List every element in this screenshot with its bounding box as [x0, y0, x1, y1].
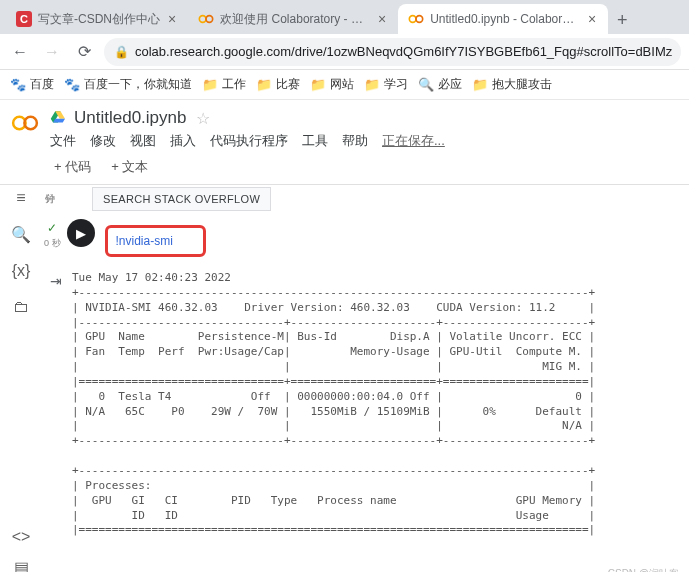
run-cell-button[interactable]: ▶ — [67, 219, 95, 247]
lock-icon: 🔒 — [114, 45, 129, 59]
bookmark-misc[interactable]: 📁抱大腿攻击 — [472, 76, 552, 93]
tab-csdn[interactable]: C 写文章-CSDN创作中心 × — [6, 4, 188, 34]
close-icon[interactable]: × — [166, 11, 178, 27]
close-icon[interactable]: × — [586, 11, 598, 27]
svg-point-2 — [410, 16, 417, 23]
paw-icon: 🐾 — [64, 77, 80, 92]
menu-file[interactable]: 文件 — [50, 132, 76, 150]
search-icon: 🔍 — [418, 77, 434, 92]
watermark: CSDN @润叶客 — [608, 567, 679, 572]
exec-time: 0 秒 — [44, 237, 61, 250]
bookmark-work[interactable]: 📁工作 — [202, 76, 246, 93]
colab-logo-icon[interactable] — [10, 108, 40, 138]
notebook-content: 分钟 SEARCH STACK OVERFLOW ✓ 0 秒 ▶ !nvidia… — [42, 185, 689, 572]
highlighted-code: !nvidia-smi — [105, 225, 206, 257]
favicon-csdn: C — [16, 11, 32, 27]
bookmark-contest[interactable]: 📁比赛 — [256, 76, 300, 93]
svg-point-1 — [206, 16, 213, 23]
bookmark-label: 比赛 — [276, 76, 300, 93]
menu-view[interactable]: 视图 — [130, 132, 156, 150]
new-tab-button[interactable]: + — [608, 6, 636, 34]
reload-button[interactable]: ⟳ — [72, 40, 96, 64]
browser-tab-strip: C 写文章-CSDN创作中心 × 欢迎使用 Colaboratory - Col… — [0, 0, 689, 34]
bookmarks-bar: 🐾百度 🐾百度一下，你就知道 📁工作 📁比赛 📁网站 📁学习 🔍必应 📁抱大腿攻… — [0, 70, 689, 100]
bookmark-label: 网站 — [330, 76, 354, 93]
colab-header: Untitled0.ipynb ☆ 文件 修改 视图 插入 代码执行程序 工具 … — [0, 100, 689, 150]
code-cell[interactable]: ✓ 0 秒 ▶ !nvidia-smi — [44, 219, 683, 263]
svg-point-3 — [416, 16, 423, 23]
output-arrow-icon[interactable]: ⇥ — [50, 273, 62, 289]
toc-icon[interactable]: ≡ — [16, 189, 25, 207]
bookmark-baidu2[interactable]: 🐾百度一下，你就知道 — [64, 76, 192, 93]
menu-bar: 文件 修改 视图 插入 代码执行程序 工具 帮助 正在保存... — [50, 132, 679, 150]
tab-title: 欢迎使用 Colaboratory - Colab — [220, 11, 370, 28]
files-icon[interactable]: 🗀 — [13, 298, 29, 316]
menu-help[interactable]: 帮助 — [342, 132, 368, 150]
bookmark-label: 必应 — [438, 76, 462, 93]
bookmark-site[interactable]: 📁网站 — [310, 76, 354, 93]
bookmark-label: 学习 — [384, 76, 408, 93]
address-bar[interactable]: 🔒 colab.research.google.com/drive/1ozwBN… — [104, 38, 681, 66]
add-text-button[interactable]: + 文本 — [103, 154, 156, 180]
code-icon[interactable]: <> — [12, 528, 31, 546]
folder-icon: 📁 — [202, 77, 218, 92]
close-icon[interactable]: × — [376, 11, 388, 27]
add-code-button[interactable]: + 代码 — [46, 154, 99, 180]
bookmark-label: 百度 — [30, 76, 54, 93]
tab-title: 写文章-CSDN创作中心 — [38, 11, 160, 28]
folder-icon: 📁 — [310, 77, 326, 92]
bookmark-label: 抱大腿攻击 — [492, 76, 552, 93]
cell-output: Tue May 17 02:40:23 2022 +--------------… — [72, 271, 683, 538]
menu-edit[interactable]: 修改 — [90, 132, 116, 150]
output-area: ⇥ Tue May 17 02:40:23 2022 +------------… — [50, 271, 683, 538]
folder-icon: 📁 — [472, 77, 488, 92]
paw-icon: 🐾 — [10, 77, 26, 92]
bookmark-baidu[interactable]: 🐾百度 — [10, 76, 54, 93]
menu-runtime[interactable]: 代码执行程序 — [210, 132, 288, 150]
bookmark-bing[interactable]: 🔍必应 — [418, 76, 462, 93]
left-sidebar: ≡ 🔍 {x} 🗀 <> ▤ — [0, 185, 42, 572]
bookmark-study[interactable]: 📁学习 — [364, 76, 408, 93]
notebook-title[interactable]: Untitled0.ipynb — [74, 108, 186, 128]
browser-navbar: ← → ⟳ 🔒 colab.research.google.com/drive/… — [0, 34, 689, 70]
search-stackoverflow-chip[interactable]: SEARCH STACK OVERFLOW — [92, 187, 271, 211]
tab-title: Untitled0.ipynb - Colaboratory — [430, 12, 580, 26]
code-input[interactable]: !nvidia-smi — [101, 219, 683, 263]
check-icon: ✓ — [47, 221, 57, 235]
drive-icon — [50, 109, 68, 127]
tab-colab-notebook[interactable]: Untitled0.ipynb - Colaboratory × — [398, 4, 608, 34]
back-button[interactable]: ← — [8, 40, 32, 64]
bookmark-label: 工作 — [222, 76, 246, 93]
cell-status: ✓ 0 秒 — [44, 221, 61, 250]
url-text: colab.research.google.com/drive/1ozwBNeq… — [135, 44, 672, 59]
favicon-colab — [408, 11, 424, 27]
search-icon[interactable]: 🔍 — [11, 225, 31, 244]
toolbar: + 代码 + 文本 — [0, 150, 689, 185]
terminal-icon[interactable]: ▤ — [14, 558, 29, 572]
tab-colab-welcome[interactable]: 欢迎使用 Colaboratory - Colab × — [188, 4, 398, 34]
favicon-colab — [198, 11, 214, 27]
menu-insert[interactable]: 插入 — [170, 132, 196, 150]
svg-point-0 — [200, 16, 207, 23]
variables-icon[interactable]: {x} — [12, 262, 31, 280]
forward-button[interactable]: → — [40, 40, 64, 64]
bookmark-label: 百度一下，你就知道 — [84, 76, 192, 93]
save-status: 正在保存... — [382, 132, 445, 150]
folder-icon: 📁 — [364, 77, 380, 92]
folder-icon: 📁 — [256, 77, 272, 92]
notebook-title-bar: Untitled0.ipynb ☆ — [50, 108, 679, 128]
menu-tools[interactable]: 工具 — [302, 132, 328, 150]
star-icon[interactable]: ☆ — [196, 109, 210, 128]
main-area: ≡ 🔍 {x} 🗀 <> ▤ 分钟 SEARCH STACK OVERFLOW … — [0, 185, 689, 572]
